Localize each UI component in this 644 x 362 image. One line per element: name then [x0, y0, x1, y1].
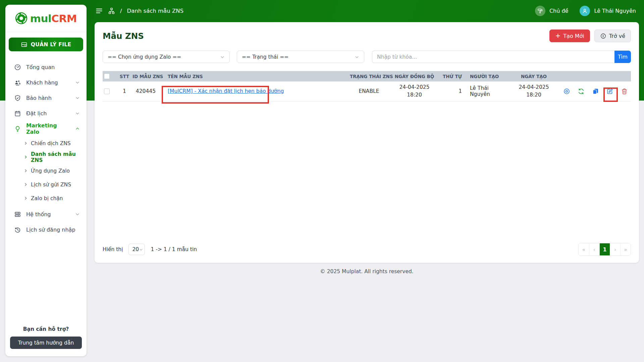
chevron-down-icon — [75, 96, 80, 100]
col-header-ngay-dong-bo[interactable]: NGÀY ĐỒNG BỘ — [388, 71, 440, 81]
chevron-right-icon — [23, 182, 28, 187]
view-button[interactable] — [563, 88, 570, 95]
page-size-label: Hiển thị — [103, 246, 123, 252]
logo[interactable]: mulCRM — [5, 5, 87, 32]
cell-sync-date: 24-04-202518:20 — [388, 81, 440, 101]
cell-id: 420445 — [132, 81, 160, 101]
copyright-text: © 2025 Mulplat. All rights reserved. — [95, 268, 639, 275]
sidebar-subitem-chien-dich-zns[interactable]: Chiến dịch ZNS — [5, 136, 87, 150]
users-icon — [14, 79, 21, 86]
chevron-right-icon — [23, 155, 28, 159]
pagination-page-1-button[interactable]: 1 — [599, 243, 610, 255]
sidebar-item-he-thong[interactable]: Hệ thống — [5, 206, 87, 222]
template-name-link[interactable]: [MulCRM] - Xác nhận đặt lịch hẹn bảo dưỡ… — [168, 88, 284, 94]
create-new-button[interactable]: + Tạo Mới — [549, 29, 590, 42]
sync-button[interactable] — [578, 88, 585, 95]
chevron-down-icon — [75, 212, 80, 217]
chevron-up-icon — [75, 126, 80, 131]
page-size-select[interactable]: 20 — [128, 244, 145, 255]
calendar-icon — [14, 110, 21, 117]
logo-text: mulCRM — [30, 12, 77, 24]
sidebar-item-bao-hanh[interactable]: Bảo hành — [5, 90, 87, 106]
status-select[interactable]: == Trạng thái == — [237, 51, 364, 63]
plus-icon: + — [555, 33, 560, 39]
sidebar: mulCRM QUẢN LÝ FILE Tổng quan Khách hàng… — [5, 5, 87, 356]
chevron-down-icon — [75, 80, 80, 85]
sitemap-icon[interactable] — [108, 7, 115, 14]
sidebar-nav: Tổng quan Khách hàng Bảo hành Đặt lịch M… — [5, 52, 87, 237]
breadcrumb-separator: / — [120, 8, 122, 14]
user-avatar[interactable] — [580, 6, 590, 16]
cell-created-date: 24-04-202518:20 — [506, 81, 561, 101]
col-header-thu-tu[interactable]: THỨ TỰ — [440, 71, 466, 81]
topbar: / Danh sách mẫu ZNS Chủ đề Lê Thái Nguyê… — [95, 0, 636, 21]
edit-icon — [606, 88, 613, 95]
zalo-app-select[interactable]: == Chọn ứng dụng Zalo == — [103, 51, 230, 63]
view-icon — [563, 88, 570, 95]
pagination-next-button[interactable]: › — [610, 243, 620, 255]
pagination: « ‹ 1 › » — [578, 243, 631, 256]
shield-check-icon — [14, 95, 21, 102]
sidebar-subitem-danh-sach-mau-zns[interactable]: Danh sách mẫu ZNS — [5, 150, 87, 164]
breadcrumb: Danh sách mẫu ZNS — [127, 8, 183, 14]
sidebar-subitem-lich-su-gui-zns[interactable]: Lịch sử gửi ZNS — [5, 178, 87, 191]
refresh-icon — [578, 88, 585, 95]
col-header-trang-thai[interactable]: TRẠNG THÁI ZNS — [350, 71, 388, 81]
help-prompt: Bạn cần hỗ trợ? — [5, 326, 87, 332]
record-range-text: 1 -> 1 / 1 mẫu tin — [151, 246, 197, 252]
col-header-stt[interactable]: STT — [117, 71, 132, 81]
theme-icon[interactable] — [535, 6, 545, 16]
archive-icon — [21, 41, 28, 48]
lightbulb-icon — [14, 125, 21, 132]
sidebar-help: Bạn cần hỗ trợ? Trung tâm hướng dẫn — [5, 326, 87, 356]
row-checkbox[interactable] — [104, 88, 110, 94]
sidebar-item-lich-su-dang-nhap[interactable]: Lịch sử đăng nhập — [5, 222, 87, 237]
user-name[interactable]: Lê Thái Nguyên — [594, 8, 636, 14]
chevron-down-icon — [220, 55, 225, 59]
sidebar-item-marketing-zalo[interactable]: Marketing Zalo — [5, 121, 87, 136]
table-row: 1 420445 [MulCRM] - Xác nhận đặt lịch hẹ… — [103, 81, 631, 101]
help-center-button[interactable]: Trung tâm hướng dẫn — [10, 337, 82, 349]
chevron-down-icon — [355, 55, 359, 59]
sidebar-item-khach-hang[interactable]: Khách hàng — [5, 75, 87, 90]
theme-label[interactable]: Chủ đề — [549, 8, 569, 14]
arrow-left-circle-icon — [600, 33, 606, 39]
chevron-down-icon — [75, 111, 80, 116]
pagination-prev-button[interactable]: ‹ — [589, 243, 599, 255]
chevron-down-icon — [139, 247, 143, 252]
pagination-first-button[interactable]: « — [579, 243, 589, 255]
select-all-checkbox[interactable] — [104, 73, 110, 79]
sidebar-item-dat-lich[interactable]: Đặt lịch — [5, 106, 87, 121]
sidebar-subitem-zalo-bi-chan[interactable]: Zalo bị chặn — [5, 191, 87, 205]
logo-icon — [15, 12, 28, 24]
delete-button[interactable] — [621, 88, 628, 95]
chevron-right-icon — [23, 141, 28, 145]
sidebar-subitem-ung-dung-zalo[interactable]: Ứng dụng Zalo — [5, 164, 87, 178]
pagination-last-button[interactable]: » — [620, 243, 631, 255]
file-manager-button[interactable]: QUẢN LÝ FILE — [9, 38, 83, 51]
copy-icon — [592, 88, 599, 95]
server-icon — [14, 211, 21, 218]
chevron-right-icon — [23, 169, 28, 173]
search-button[interactable]: Tìm — [614, 51, 631, 63]
chevron-right-icon — [23, 196, 28, 200]
dashboard-icon — [14, 64, 21, 71]
hamburger-menu-icon[interactable] — [95, 7, 103, 15]
edit-button[interactable] — [606, 88, 613, 95]
col-header-ngay-tao[interactable]: NGÀY TẠO — [506, 71, 561, 81]
trash-icon — [621, 88, 628, 95]
history-icon — [14, 226, 21, 233]
copy-button[interactable] — [592, 88, 599, 95]
sidebar-item-tong-quan[interactable]: Tổng quan — [5, 59, 87, 75]
col-header-nguoi-tao[interactable]: NGƯỜI TẠO — [466, 71, 506, 81]
col-header-ten[interactable]: TÊN MẪU ZNS — [160, 71, 350, 81]
col-header-id[interactable]: ID MẪU ZNS — [132, 71, 160, 81]
cell-stt: 1 — [117, 81, 132, 101]
search-input[interactable] — [372, 51, 614, 63]
back-button[interactable]: Trở về — [594, 29, 631, 42]
cell-order: 1 — [440, 81, 466, 101]
cell-creator: Lê Thái Nguyên — [466, 81, 506, 101]
cell-status: ENABLE — [350, 81, 388, 101]
main-content-card: Mẫu ZNS + Tạo Mới Trở về == Chọn ứng dụn… — [95, 22, 639, 263]
zns-template-table: STT ID MẪU ZNS TÊN MẪU ZNS TRẠNG THÁI ZN… — [103, 71, 631, 102]
